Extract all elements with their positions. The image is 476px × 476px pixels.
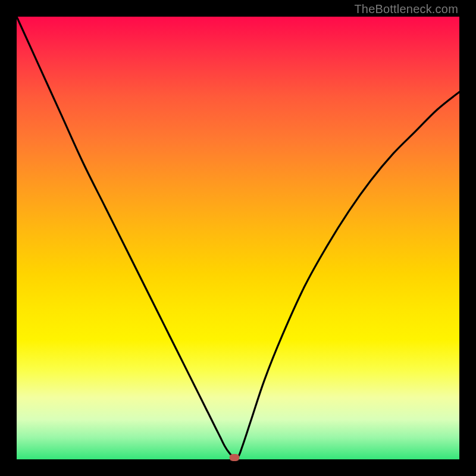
bottleneck-curve (17, 17, 459, 459)
chart-frame: TheBottleneck.com (0, 0, 476, 476)
optimal-marker-icon (230, 454, 240, 461)
watermark-text: TheBottleneck.com (354, 2, 458, 16)
plot-area (17, 17, 459, 459)
